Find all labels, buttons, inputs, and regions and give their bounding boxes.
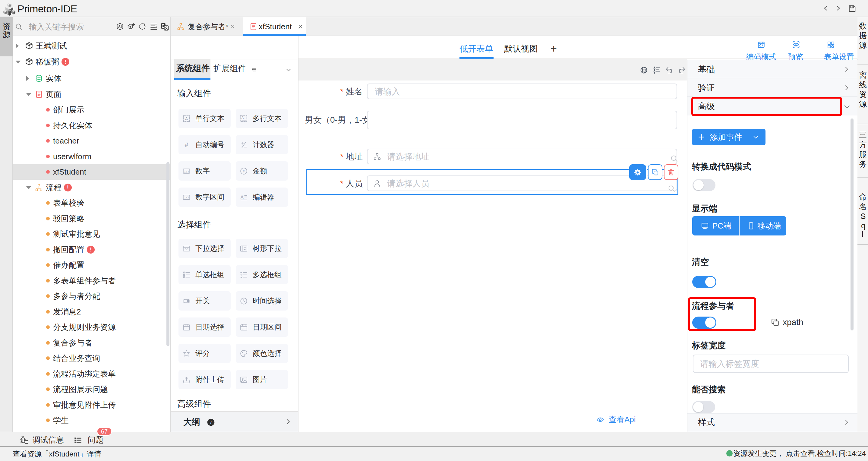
svg-text:A: A [241, 195, 244, 200]
svg-text:123: 123 [184, 170, 189, 173]
svg-text:¥: ¥ [242, 169, 245, 173]
svg-text:A: A [242, 116, 244, 119]
svg-text:1~3: 1~3 [184, 196, 189, 199]
svg-text:i: i [210, 420, 211, 425]
svg-text:A: A [185, 116, 188, 121]
svg-text:#: # [185, 142, 188, 149]
